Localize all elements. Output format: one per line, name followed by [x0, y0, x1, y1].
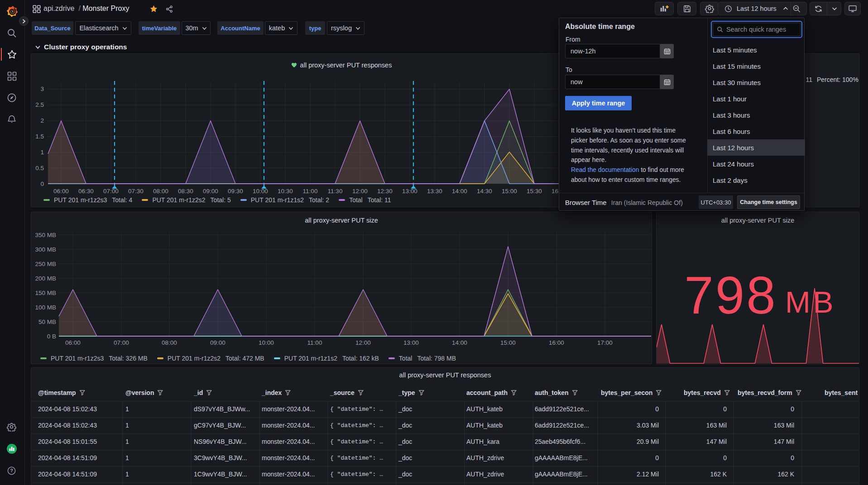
svg-text:09:00: 09:00 [210, 339, 225, 346]
svg-text:2: 2 [40, 117, 44, 124]
svg-text:0.5: 0.5 [35, 165, 44, 171]
svg-text:06:00: 06:00 [65, 339, 81, 346]
svg-text:11:00: 11:00 [307, 339, 322, 346]
svg-text:3: 3 [40, 86, 44, 92]
svg-text:200 MB: 200 MB [35, 275, 56, 282]
svg-text:0: 0 [40, 181, 44, 187]
svg-text:1.5: 1.5 [35, 133, 44, 140]
svg-text:13:00: 13:00 [402, 188, 417, 195]
svg-text:07:30: 07:30 [128, 188, 144, 195]
svg-text:10:00: 10:00 [259, 339, 274, 346]
svg-text:11:30: 11:30 [328, 188, 343, 195]
svg-text:10:30: 10:30 [278, 188, 293, 195]
svg-text:0 B: 0 B [47, 333, 56, 340]
svg-text:09:00: 09:00 [203, 188, 218, 195]
svg-text:12:00: 12:00 [352, 188, 368, 195]
svg-text:798: 798 [684, 266, 777, 325]
svg-text:350 MB: 350 MB [35, 232, 56, 238]
svg-text:1: 1 [40, 149, 44, 156]
svg-text:15:00: 15:00 [500, 339, 516, 346]
svg-text:07:00: 07:00 [114, 339, 129, 346]
svg-text:15:00: 15:00 [502, 188, 517, 195]
svg-text:08:00: 08:00 [153, 188, 168, 195]
svg-text:17:00: 17:00 [597, 339, 613, 346]
svg-text:250 MB: 250 MB [35, 261, 56, 267]
svg-text:06:30: 06:30 [78, 188, 94, 195]
svg-text:08:30: 08:30 [178, 188, 193, 195]
svg-text:13:00: 13:00 [403, 339, 419, 346]
svg-text:10:00: 10:00 [253, 188, 268, 195]
svg-text:100 MB: 100 MB [35, 304, 56, 311]
svg-text:09:30: 09:30 [228, 188, 243, 195]
svg-text:14:00: 14:00 [452, 339, 467, 346]
svg-text:14:30: 14:30 [477, 188, 492, 195]
svg-text:150 MB: 150 MB [35, 290, 56, 296]
svg-text:15:30: 15:30 [527, 188, 542, 195]
svg-text:07:00: 07:00 [103, 188, 119, 195]
svg-text:?: ? [10, 468, 13, 473]
svg-text:14:00: 14:00 [452, 188, 467, 195]
svg-text:08:00: 08:00 [162, 339, 177, 346]
svg-text:MB: MB [785, 285, 836, 319]
svg-text:2.5: 2.5 [35, 101, 44, 108]
svg-text:300 MB: 300 MB [35, 246, 56, 253]
svg-text:13:30: 13:30 [427, 188, 442, 195]
svg-text:06:00: 06:00 [53, 188, 69, 195]
svg-text:12:00: 12:00 [355, 339, 371, 346]
svg-text:11:00: 11:00 [303, 188, 318, 195]
svg-text:50 MB: 50 MB [38, 319, 56, 325]
svg-text:16:00: 16:00 [549, 339, 564, 346]
svg-text:12:30: 12:30 [377, 188, 393, 195]
